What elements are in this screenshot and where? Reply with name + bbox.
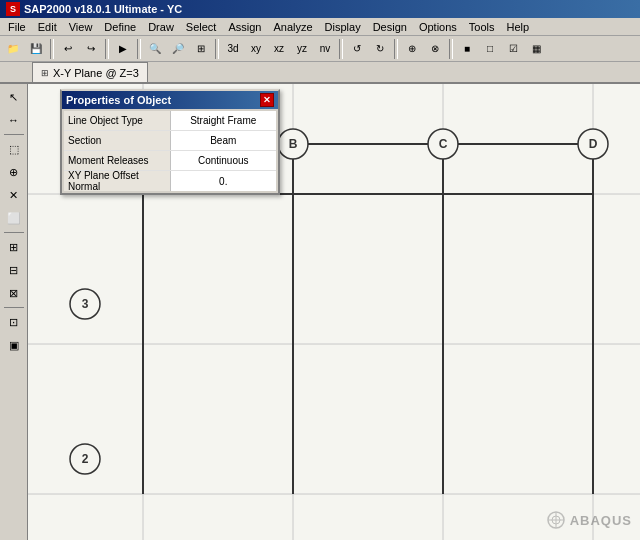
menu-item-edit[interactable]: Edit — [32, 20, 63, 34]
show-button[interactable]: ■ — [456, 38, 478, 60]
run-button[interactable]: ▶ — [112, 38, 134, 60]
left-btn-draw-frame[interactable]: ⬚ — [3, 138, 25, 160]
menu-item-help[interactable]: Help — [501, 20, 536, 34]
toolbar-separator — [449, 39, 453, 59]
new-button[interactable]: 📁 — [2, 38, 24, 60]
left-toolbar: ↖ ↔ ⬚ ⊕ ✕ ⬜ ⊞ ⊟ ⊠ ⊡ ▣ — [0, 84, 28, 540]
xy-button[interactable]: xy — [245, 38, 267, 60]
yz-button[interactable]: yz — [291, 38, 313, 60]
abaqus-watermark: ABAQUS — [546, 510, 632, 530]
menu-item-options[interactable]: Options — [413, 20, 463, 34]
toolbar: 📁💾↩↪▶🔍🔎⊞3dxyxzyznv↺↻⊕⊗■□☑▦ — [0, 36, 640, 62]
left-btn-draw-area[interactable]: ⬜ — [3, 207, 25, 229]
zoom-fit-button[interactable]: ⊞ — [190, 38, 212, 60]
menu-item-tools[interactable]: Tools — [463, 20, 501, 34]
prop-row-line-object-type: Line Object Type Straight Frame — [64, 111, 276, 131]
main-area: ↖ ↔ ⬚ ⊕ ✕ ⬜ ⊞ ⊟ ⊠ ⊡ ▣ — [0, 84, 640, 540]
app-icon: S — [6, 2, 20, 16]
menu-item-define[interactable]: Define — [98, 20, 142, 34]
xz-button[interactable]: xz — [268, 38, 290, 60]
rotate-cw-button[interactable]: ↻ — [369, 38, 391, 60]
prop-row-xy-offset: XY Plane Offset Normal 0. — [64, 171, 276, 191]
left-btn-measure[interactable]: ⊡ — [3, 311, 25, 333]
menu-item-view[interactable]: View — [63, 20, 99, 34]
menu-item-display[interactable]: Display — [319, 20, 367, 34]
svg-text:3: 3 — [82, 297, 89, 311]
menu-item-draw[interactable]: Draw — [142, 20, 180, 34]
left-btn-move[interactable]: ↔ — [3, 109, 25, 131]
tab-bar: ⊞ X-Y Plane @ Z=3 — [0, 62, 640, 84]
dialog-title: Properties of Object — [66, 94, 171, 106]
menu-item-select[interactable]: Select — [180, 20, 223, 34]
svg-text:D: D — [589, 137, 598, 151]
left-sep-3 — [4, 307, 24, 308]
dialog-close-button[interactable]: ✕ — [260, 93, 274, 107]
prop-value-section: Beam — [171, 131, 277, 150]
tab-label: X-Y Plane @ Z=3 — [53, 67, 139, 79]
left-btn-assign-load[interactable]: ⊠ — [3, 282, 25, 304]
hide-button[interactable]: □ — [479, 38, 501, 60]
left-sep-2 — [4, 232, 24, 233]
left-btn-select[interactable]: ↖ — [3, 86, 25, 108]
svg-text:B: B — [289, 137, 298, 151]
toolbar-separator — [215, 39, 219, 59]
redo-button[interactable]: ↪ — [80, 38, 102, 60]
prop-row-section: Section Beam — [64, 131, 276, 151]
left-btn-add-constraint[interactable]: ⊞ — [3, 236, 25, 258]
dialog-titlebar[interactable]: Properties of Object ✕ — [62, 91, 278, 109]
left-btn-draw-cable[interactable]: ⊕ — [3, 161, 25, 183]
add-button[interactable]: ⊕ — [401, 38, 423, 60]
dialog-content: Line Object Type Straight Frame Section … — [64, 111, 276, 191]
left-sep-1 — [4, 134, 24, 135]
toolbar-separator — [50, 39, 54, 59]
remove-button[interactable]: ⊗ — [424, 38, 446, 60]
abaqus-logo-icon — [546, 510, 566, 530]
toolbar-separator — [339, 39, 343, 59]
menu-item-assign[interactable]: Assign — [222, 20, 267, 34]
save-button[interactable]: 💾 — [25, 38, 47, 60]
toolbar-separator — [394, 39, 398, 59]
svg-text:C: C — [439, 137, 448, 151]
prop-label-line-object-type: Line Object Type — [64, 111, 171, 130]
toolbar-separator — [105, 39, 109, 59]
abaqus-text: ABAQUS — [570, 513, 632, 528]
properties-dialog: Properties of Object ✕ Line Object Type … — [60, 89, 280, 195]
active-tab[interactable]: ⊞ X-Y Plane @ Z=3 — [32, 62, 148, 82]
prop-value-xy-offset: 0. — [171, 171, 277, 191]
left-btn-draw-tendon[interactable]: ✕ — [3, 184, 25, 206]
left-btn-rubber-band[interactable]: ▣ — [3, 334, 25, 356]
prop-row-moment-releases: Moment Releases Continuous — [64, 151, 276, 171]
prop-label-section: Section — [64, 131, 171, 150]
menu-item-file[interactable]: File — [2, 20, 32, 34]
menu-bar: FileEditViewDefineDrawSelectAssignAnalyz… — [0, 18, 640, 36]
zoom-in-button[interactable]: 🔍 — [144, 38, 166, 60]
3d-button[interactable]: 3d — [222, 38, 244, 60]
tab-icon: ⊞ — [41, 68, 49, 78]
left-btn-add-spring[interactable]: ⊟ — [3, 259, 25, 281]
menu-item-design[interactable]: Design — [367, 20, 413, 34]
prop-label-moment-releases: Moment Releases — [64, 151, 171, 170]
toolbar-separator — [137, 39, 141, 59]
prop-value-line-object-type: Straight Frame — [171, 111, 277, 130]
check-button[interactable]: ☑ — [502, 38, 524, 60]
title-text: SAP2000 v18.0.1 Ultimate - YC — [24, 3, 182, 15]
svg-text:2: 2 — [82, 452, 89, 466]
rotate-ccw-button[interactable]: ↺ — [346, 38, 368, 60]
undo-button[interactable]: ↩ — [57, 38, 79, 60]
canvas-area[interactable]: B C D 3 2 Properties of Object ✕ Line Ob… — [28, 84, 640, 540]
title-bar: S SAP2000 v18.0.1 Ultimate - YC — [0, 0, 640, 18]
grid-button[interactable]: ▦ — [525, 38, 547, 60]
prop-label-xy-offset: XY Plane Offset Normal — [64, 171, 171, 191]
menu-item-analyze[interactable]: Analyze — [267, 20, 318, 34]
nv-button[interactable]: nv — [314, 38, 336, 60]
zoom-out-button[interactable]: 🔎 — [167, 38, 189, 60]
prop-value-moment-releases: Continuous — [171, 151, 277, 170]
